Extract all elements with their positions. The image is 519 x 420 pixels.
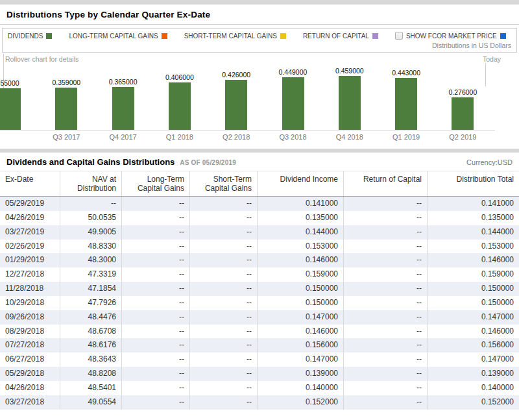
table-row: 05/29/2019------0.141000--0.141000 <box>0 197 519 211</box>
cell-value: 0.139000 <box>258 367 344 381</box>
bar-clipped[interactable] <box>0 88 21 130</box>
legend-swatch-icon <box>46 33 52 39</box>
bar-q3-2017[interactable] <box>55 88 77 130</box>
cell-value: 0.147000 <box>258 352 344 367</box>
cell-value: -- <box>344 395 428 410</box>
table-row: 04/26/201950.0535----0.135000--0.135000 <box>0 211 519 225</box>
table-row: 09/26/201848.4476----0.147000--0.147000 <box>0 310 519 325</box>
cell-value: 0.135000 <box>258 211 344 225</box>
cell-value: -- <box>122 381 190 395</box>
cell-value: -- <box>122 267 190 282</box>
cell-value: -- <box>344 381 428 395</box>
table-row: 04/26/201848.5401----0.140000--0.140000 <box>0 381 519 395</box>
cell-ex-date: 02/26/2019 <box>0 240 60 254</box>
cell-ex-date: 07/27/2018 <box>0 338 60 352</box>
cell-value: -- <box>344 352 428 367</box>
cell-value: 0.139000 <box>428 367 519 381</box>
table-body: 05/29/2019------0.141000--0.14100004/26/… <box>0 197 519 410</box>
today-marker-line <box>485 63 486 86</box>
cell-value: -- <box>190 395 258 410</box>
cell-value: 47.7926 <box>60 296 122 310</box>
cell-ex-date: 09/26/2018 <box>0 310 60 325</box>
today-label: Today <box>483 55 501 63</box>
cell-value: -- <box>344 367 428 381</box>
column-header-nav-at-distribution: NAV at Distribution <box>60 171 122 196</box>
cell-value: 0.159000 <box>258 267 344 282</box>
cell-value: 0.144000 <box>258 225 344 240</box>
cell-value: -- <box>344 197 428 211</box>
table-row: 02/26/201948.8330----0.153000--0.153000 <box>0 240 519 254</box>
bar-q4-2017[interactable] <box>112 87 134 130</box>
bar-value-label: 0.443000 <box>382 69 430 77</box>
cell-value: 0.153000 <box>258 240 344 254</box>
bar-q1-2018[interactable] <box>169 82 191 130</box>
cell-value: -- <box>190 352 258 367</box>
bar-value-label: 0.406000 <box>156 73 204 81</box>
column-header-dividend-income: Dividend Income <box>258 171 344 196</box>
cell-ex-date: 10/29/2018 <box>0 296 60 310</box>
bar-value-label: 0.359000 <box>42 79 90 86</box>
cell-value: 48.6708 <box>60 325 122 339</box>
x-axis-label: Q3 2017 <box>39 133 93 141</box>
cell-value: 0.150000 <box>258 296 344 310</box>
x-axis-label: Q3 2018 <box>266 133 320 141</box>
cell-value: -- <box>122 225 190 240</box>
cell-value: 0.147000 <box>428 352 519 367</box>
cell-value: 0.135000 <box>428 211 519 225</box>
cell-value: -- <box>190 296 258 310</box>
cell-value: -- <box>190 225 258 240</box>
as-of-date: AS OF 05/29/2019 <box>180 159 236 166</box>
cell-value: 0.146000 <box>258 325 344 339</box>
cell-value: 0.146000 <box>428 253 519 267</box>
cell-value: 48.6176 <box>60 338 122 352</box>
top-divider <box>0 0 519 5</box>
bar-value-label: 0.276000 <box>439 88 487 96</box>
currency-note: Distributions in US Dollars <box>8 42 511 49</box>
rollover-hint: Rollover chart for details <box>5 55 78 63</box>
table-row: 01/29/201948.3000----0.146000--0.146000 <box>0 253 519 267</box>
cell-ex-date: 08/29/2018 <box>0 325 60 339</box>
table-row: 06/27/201848.3643----0.147000--0.147000 <box>0 352 519 367</box>
legend-swatch-icon <box>500 33 506 39</box>
distributions-table: Ex-DateNAV at DistributionLong-Term Capi… <box>0 171 519 410</box>
legend-swatch-icon <box>372 33 378 39</box>
cell-value: -- <box>122 282 190 296</box>
legend-item-long-term-capital-gains: LONG-TERM CAPITAL GAINS <box>69 32 167 40</box>
cell-value: 0.152000 <box>258 395 344 410</box>
cell-value: -- <box>122 325 190 339</box>
distributions-bar-chart[interactable]: Rollover chart for details Today 550000.… <box>0 54 519 149</box>
cell-value: -- <box>122 296 190 310</box>
cell-value: -- <box>122 197 190 211</box>
cell-value: 49.9005 <box>60 225 122 240</box>
cell-value: 0.144000 <box>428 225 519 240</box>
x-axis-line <box>0 130 495 130</box>
legend-item-short-term-capital-gains: SHORT-TERM CAPITAL GAINS <box>184 32 286 40</box>
cell-value: -- <box>122 395 190 410</box>
legend-item-show-fcor-market-price: SHOW FCOR MARKET PRICE <box>395 32 506 40</box>
cell-ex-date: 06/27/2018 <box>0 352 60 367</box>
show-market-price-checkbox[interactable] <box>395 32 403 40</box>
legend-swatch-icon <box>162 33 167 39</box>
legend-item-label: RETURN OF CAPITAL <box>303 32 369 40</box>
cell-value: -- <box>122 253 190 267</box>
bar-value-label: 0.449000 <box>269 68 317 76</box>
cell-ex-date: 04/26/2019 <box>0 211 60 225</box>
cell-value: 48.4476 <box>60 310 122 325</box>
cell-value: 48.3643 <box>60 352 122 367</box>
column-header-long-term-capital-gains: Long-Term Capital Gains <box>122 171 190 196</box>
bar-q3-2018[interactable] <box>282 77 304 130</box>
cell-ex-date: 12/27/2018 <box>0 267 60 282</box>
cell-ex-date: 05/29/2019 <box>0 197 60 211</box>
cell-value: 0.147000 <box>428 310 519 325</box>
cell-value: 48.5401 <box>60 381 122 395</box>
table-row: 03/27/201849.0554----0.152000--0.152000 <box>0 395 519 410</box>
bar-q2-2018[interactable] <box>225 80 247 130</box>
cell-ex-date: 04/26/2018 <box>0 381 60 395</box>
cell-value: 0.140000 <box>428 381 519 395</box>
cell-value: 0.153000 <box>428 240 519 254</box>
bar-q1-2019[interactable] <box>395 78 417 130</box>
bar-value-label: 0.365000 <box>99 78 147 86</box>
bar-q4-2018[interactable] <box>339 76 361 130</box>
cell-value: 50.0535 <box>60 211 122 225</box>
bar-q2-2019[interactable] <box>452 97 474 130</box>
